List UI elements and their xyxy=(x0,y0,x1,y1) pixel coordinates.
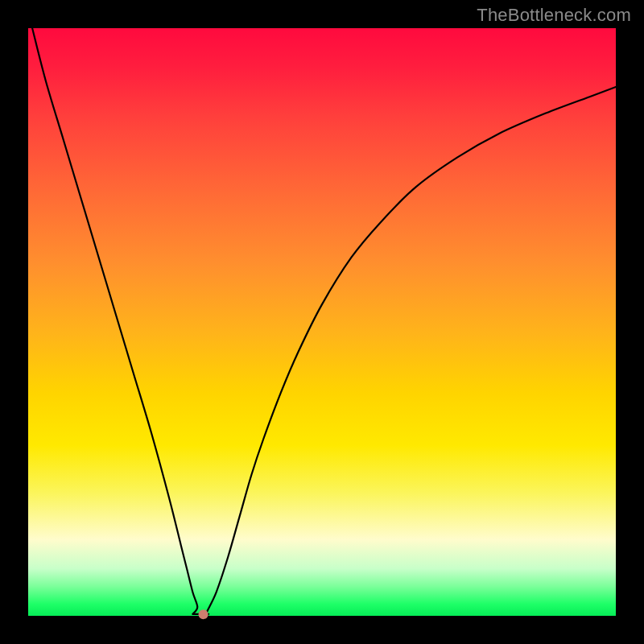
watermark-text: TheBottleneck.com xyxy=(477,5,631,26)
plot-area xyxy=(28,28,616,616)
chart-stage: TheBottleneck.com xyxy=(0,0,644,644)
curve-svg xyxy=(28,28,616,616)
minimum-marker-dot xyxy=(199,609,208,619)
bottleneck-curve xyxy=(32,28,616,615)
